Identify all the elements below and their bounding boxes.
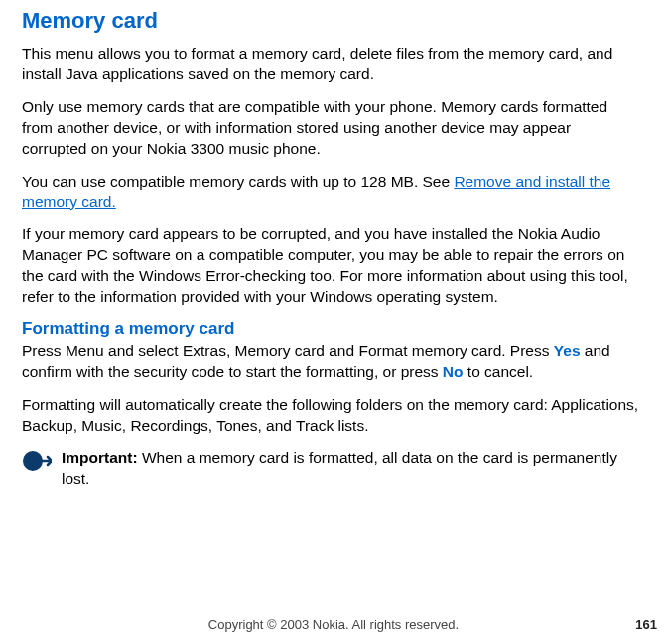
important-label: Important: <box>62 450 138 466</box>
body-text: Press Menu and select Extras, Memory car… <box>22 342 554 359</box>
page-title: Memory card <box>22 8 639 34</box>
body-paragraph: You can use compatible memory cards with… <box>22 172 639 213</box>
body-text: to cancel. <box>464 363 534 380</box>
body-paragraph: This menu allows you to format a memory … <box>22 44 639 85</box>
page-number: 161 <box>635 617 657 632</box>
important-text: Important: When a memory card is formatt… <box>62 449 639 490</box>
important-icon <box>22 451 52 478</box>
body-paragraph: Press Menu and select Extras, Memory car… <box>22 341 639 383</box>
body-paragraph: Only use memory cards that are compatibl… <box>22 97 639 160</box>
subheading-formatting: Formatting a memory card <box>22 320 639 339</box>
keyword-yes: Yes <box>554 342 581 359</box>
footer-copyright: Copyright © 2003 Nokia. All rights reser… <box>0 617 667 632</box>
body-text: You can use compatible memory cards with… <box>22 173 454 190</box>
body-paragraph: If your memory card appears to be corrup… <box>22 224 639 308</box>
keyword-no: No <box>443 363 464 380</box>
body-paragraph: Formatting will automatically create the… <box>22 395 639 437</box>
important-callout: Important: When a memory card is formatt… <box>22 449 639 490</box>
important-body: When a memory card is formatted, all dat… <box>62 450 617 487</box>
